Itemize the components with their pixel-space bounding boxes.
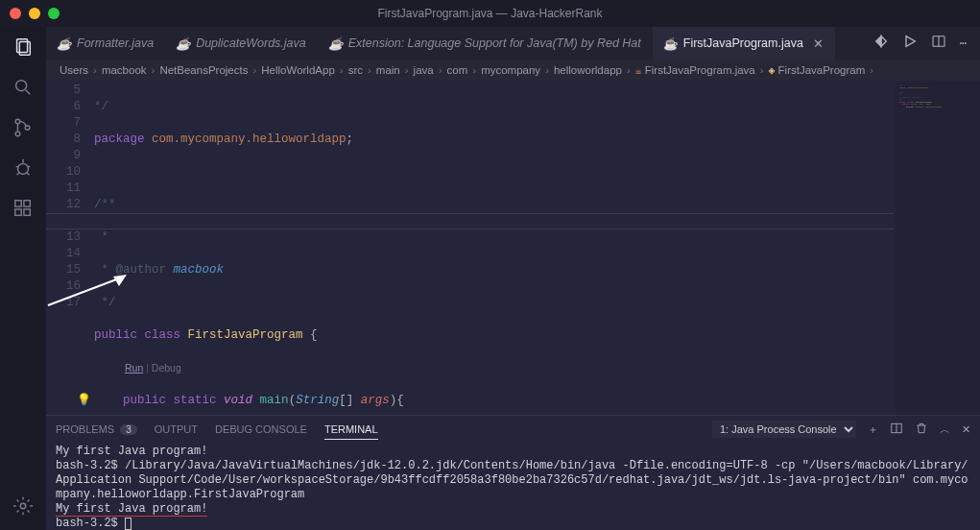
terminal-output-highlight: My first Java program! xyxy=(56,502,207,517)
code-area[interactable]: */ package com.mycompany.helloworldapp; … xyxy=(94,81,980,415)
svg-rect-14 xyxy=(15,209,21,215)
minimap[interactable]: ▬▬ ▬▬▬▬ ▬▬▬▬▬▬▬▬▬▬▬▬▬ ▬▬ ▬ ▬ ▬▬▬▬▬ ▬▬▬▬▬… xyxy=(896,81,980,415)
crumb-item[interactable]: macbook xyxy=(98,64,151,76)
svg-point-6 xyxy=(25,126,30,131)
crumb-item[interactable]: main xyxy=(372,64,404,76)
tab-formatter[interactable]: ☕ Formatter.java xyxy=(46,27,165,60)
java-icon: ☕ xyxy=(664,36,678,50)
tab-label: Formatter.java xyxy=(77,36,154,50)
tab-label: DuplicateWords.java xyxy=(196,36,306,50)
title-bar: FirstJavaProgram.java — Java-HackerRank xyxy=(0,0,980,27)
crumb-item[interactable]: Users xyxy=(56,64,92,76)
tab-output[interactable]: OUTPUT xyxy=(155,423,198,435)
svg-line-9 xyxy=(16,166,19,167)
debug-icon[interactable] xyxy=(11,156,36,181)
crumb-item[interactable]: mycompany xyxy=(477,64,544,76)
tab-problems[interactable]: PROBLEMS3 xyxy=(56,423,137,435)
activity-bar xyxy=(0,27,46,530)
svg-marker-20 xyxy=(906,36,915,47)
more-actions-icon[interactable]: ⋯ xyxy=(960,36,967,51)
window-controls xyxy=(0,8,60,19)
java-icon: ☕ xyxy=(329,36,343,50)
explorer-icon[interactable] xyxy=(11,35,36,60)
trash-icon[interactable] xyxy=(915,422,928,437)
svg-rect-13 xyxy=(15,201,21,206)
crumb-item[interactable]: NetBeansProjects xyxy=(155,64,251,76)
tab-label: FirstJavaProgram.java xyxy=(683,36,803,50)
codelens[interactable]: Run | Debug xyxy=(94,360,980,376)
editor-tabs: ☕ Formatter.java ☕ DuplicateWords.java ☕… xyxy=(46,27,980,60)
terminal-selector[interactable]: 1: Java Process Console xyxy=(712,421,856,438)
crumb-item[interactable]: helloworldapp xyxy=(550,64,626,76)
codelens-run: Run xyxy=(125,362,143,373)
close-panel-icon[interactable]: ✕ xyxy=(962,423,970,436)
bottom-panel: PROBLEMS3 OUTPUT DEBUG CONSOLE TERMINAL … xyxy=(46,415,980,530)
extensions-icon[interactable] xyxy=(11,196,36,221)
crumb-item[interactable]: com xyxy=(443,64,472,76)
editor[interactable]: 567891011121314151617 */ package com.myc… xyxy=(46,81,980,415)
terminal-output[interactable]: My first Java program! bash-3.2$ /Librar… xyxy=(46,443,980,530)
svg-rect-15 xyxy=(24,209,30,215)
svg-line-12 xyxy=(27,173,30,176)
window-title: FirstJavaProgram.java — Java-HackerRank xyxy=(377,7,602,20)
crumb-item[interactable]: java xyxy=(410,64,438,76)
crumb-item[interactable]: HelloWorldApp xyxy=(257,64,339,76)
source-control-icon[interactable] xyxy=(11,115,36,140)
maximize-panel-icon[interactable]: ︿ xyxy=(940,422,950,437)
svg-rect-16 xyxy=(24,201,30,206)
panel-tabs: PROBLEMS3 OUTPUT DEBUG CONSOLE TERMINAL … xyxy=(46,416,980,443)
svg-marker-19 xyxy=(881,36,886,47)
new-terminal-icon[interactable]: ＋ xyxy=(868,422,878,437)
terminal-cursor xyxy=(125,518,131,530)
java-icon: ☕ xyxy=(177,36,190,50)
tab-action-group: ⋯ xyxy=(860,34,980,53)
line-number-gutter: 567891011121314151617 xyxy=(46,81,94,415)
crumb-file[interactable]: ☕FirstJavaProgram.java xyxy=(632,63,759,77)
panel-actions: 1: Java Process Console ＋ ︿ ✕ xyxy=(712,421,970,438)
lightbulb-icon[interactable]: 💡 xyxy=(77,393,91,409)
svg-line-11 xyxy=(17,173,20,176)
split-editor-icon[interactable] xyxy=(931,34,946,53)
tab-duplicatewords[interactable]: ☕ DuplicateWords.java xyxy=(165,27,318,60)
svg-line-3 xyxy=(26,90,31,95)
svg-point-4 xyxy=(15,119,20,124)
minimize-window-icon[interactable] xyxy=(29,8,40,19)
svg-point-5 xyxy=(15,132,20,136)
tab-extension-java[interactable]: ☕ Extension: Language Support for Java(T… xyxy=(318,27,653,60)
split-terminal-icon[interactable] xyxy=(890,422,903,437)
svg-line-10 xyxy=(28,166,31,167)
search-icon[interactable] xyxy=(11,75,36,100)
close-window-icon[interactable] xyxy=(10,8,21,19)
svg-point-17 xyxy=(20,503,26,509)
svg-point-2 xyxy=(16,81,27,91)
crumb-item[interactable]: src xyxy=(345,64,367,76)
close-tab-icon[interactable]: ✕ xyxy=(813,36,824,51)
java-icon: ☕ xyxy=(58,36,71,50)
codelens-debug: Debug xyxy=(152,362,181,373)
tab-terminal[interactable]: TERMINAL xyxy=(324,423,378,440)
problems-count-badge: 3 xyxy=(120,424,137,435)
tab-debug-console[interactable]: DEBUG CONSOLE xyxy=(215,423,307,435)
crumb-symbol[interactable]: ◈FirstJavaProgram xyxy=(765,63,870,77)
run-icon[interactable] xyxy=(902,34,918,53)
tab-label: Extension: Language Support for Java(TM)… xyxy=(348,36,641,50)
maximize-window-icon[interactable] xyxy=(48,8,60,19)
class-icon: ◈ xyxy=(769,63,776,77)
java-icon: ☕ xyxy=(635,63,642,77)
breadcrumb: Users› macbook› NetBeansProjects› HelloW… xyxy=(46,60,980,81)
svg-marker-18 xyxy=(875,36,880,47)
compare-icon[interactable] xyxy=(873,34,889,53)
tab-firstjavaprogram[interactable]: ☕ FirstJavaProgram.java ✕ xyxy=(653,27,835,60)
settings-gear-icon[interactable] xyxy=(11,494,36,518)
